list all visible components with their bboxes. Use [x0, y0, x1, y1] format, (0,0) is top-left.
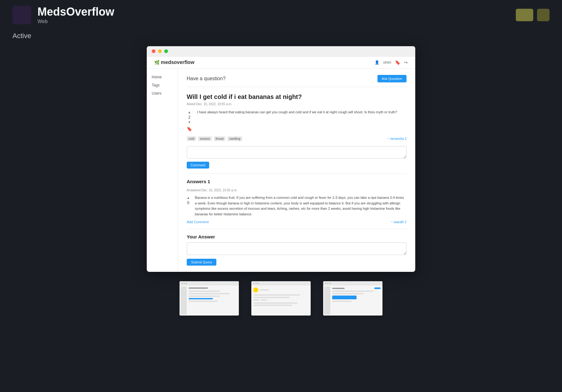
answers-header: Answers 1: [187, 179, 407, 184]
nav-user: 👤 viren 🔖 ↪: [375, 60, 408, 65]
status-label: Active: [0, 30, 562, 46]
answer-vote-count: 0: [187, 201, 190, 205]
your-answer-title: Your Answer: [187, 234, 407, 239]
browser-window: 🌿 medsoverflow 👤 viren 🔖 ↪ Home Tags Use: [147, 46, 415, 272]
tags-area: cold sneeze throat swelling: [187, 136, 242, 141]
add-comment-link[interactable]: Add Comment: [187, 220, 209, 224]
comment-button[interactable]: Comment: [187, 162, 209, 169]
tag-throat[interactable]: throat: [214, 136, 226, 141]
logo-text: medsoverflow: [161, 60, 195, 65]
browser-dot-green: [164, 49, 168, 53]
sidebar-tags[interactable]: Tags: [152, 83, 173, 87]
comment-area: Comment: [187, 146, 407, 174]
question-header-title: Have a question?: [187, 76, 226, 81]
question-title: Will I get cold if i eat bananas at nigh…: [187, 93, 407, 100]
question-bookmark-button[interactable]: 🔖: [187, 126, 192, 131]
question-content-area: ▲ 2 ▼ 🔖 I have always heard that eating …: [187, 110, 407, 131]
browser-dot-yellow: [158, 49, 162, 53]
logout-icon[interactable]: ↪: [404, 60, 408, 65]
answer-vote-column: ▲ 0: [187, 195, 190, 217]
downvote-button[interactable]: ▼: [188, 121, 191, 124]
answer-footer: Add Comment ~ saaralh 2: [187, 220, 407, 229]
upvote-button[interactable]: ▲: [188, 111, 191, 114]
user-icon: 👤: [375, 60, 379, 65]
answer-content-area: ▲ 0 Banana is a nutritious fruit. If you…: [187, 195, 407, 217]
tag-sneeze[interactable]: sneeze: [198, 136, 212, 141]
thumbnails-row: [180, 281, 382, 316]
meds-main: Have a question? Ask Question Will I get…: [178, 69, 415, 272]
your-answer-input[interactable]: [187, 243, 407, 255]
vote-column: ▲ 2 ▼ 🔖: [187, 110, 192, 131]
app-subtitle: Web: [37, 19, 516, 24]
header-action-btn2[interactable]: [537, 9, 550, 21]
tag-cold[interactable]: cold: [187, 136, 196, 141]
meds-sidebar: Home Tags Users: [147, 69, 178, 272]
vote-count: 2: [188, 115, 190, 120]
meds-nav: 🌿 medsoverflow 👤 viren 🔖 ↪: [147, 56, 415, 69]
browser-dot-red: [152, 49, 155, 53]
thumbnail-1[interactable]: [180, 281, 239, 316]
header-actions: [516, 9, 550, 21]
question-body: I have always heard that eating bananas …: [197, 110, 407, 131]
answer-body: Banana is a nutritious fruit. If you are…: [195, 195, 407, 217]
meds-app: 🌿 medsoverflow 👤 viren 🔖 ↪ Home Tags Use: [147, 56, 415, 272]
answer-author: ~ saaralh 2: [391, 220, 407, 224]
app-icon: [12, 6, 31, 24]
question-author: ~ ramansha 2: [387, 137, 407, 140]
question-footer: cold sneeze throat swelling ~ ramansha 2: [187, 136, 407, 141]
submit-query-button[interactable]: Submit Query: [187, 259, 216, 266]
sidebar-home[interactable]: Home: [152, 75, 173, 79]
question-meta: Asked Dec. 15, 2022, 10:55 a.m.: [187, 102, 407, 106]
meds-logo: 🌿 medsoverflow: [154, 60, 195, 65]
meds-body: Home Tags Users Have a question? Ask Que…: [147, 69, 415, 272]
browser-chrome: [147, 46, 415, 56]
tag-swelling[interactable]: swelling: [227, 136, 242, 141]
answer-meta: Answered Dec. 15, 2022, 10:55 a.m.: [187, 189, 407, 192]
answer-upvote-button[interactable]: ▲: [187, 196, 190, 199]
thumbnail-2[interactable]: [251, 281, 311, 316]
nav-username: viren: [383, 60, 391, 65]
app-title: MedsOverflow: [37, 6, 516, 18]
question-header: Have a question? Ask Question: [187, 75, 407, 87]
logo-leaf-icon: 🌿: [154, 60, 160, 65]
thumbnail-3[interactable]: [323, 281, 382, 316]
app-title-group: MedsOverflow Web: [37, 6, 516, 24]
bookmark-icon[interactable]: 🔖: [395, 60, 400, 65]
main-content: 🌿 medsoverflow 👤 viren 🔖 ↪ Home Tags Use: [0, 46, 562, 328]
app-header: MedsOverflow Web: [0, 0, 562, 30]
header-action-btn1[interactable]: [516, 9, 533, 21]
ask-question-button[interactable]: Ask Question: [377, 75, 407, 82]
sidebar-users[interactable]: Users: [152, 91, 173, 96]
comment-input[interactable]: [187, 146, 407, 159]
